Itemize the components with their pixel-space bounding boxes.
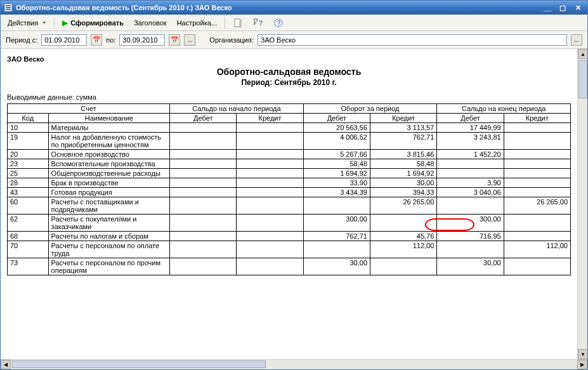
cell-turn-debit: 762,71	[303, 232, 370, 241]
table-row[interactable]: 70Расчеты с персоналом по оплате труда11…	[8, 241, 571, 258]
titlebar: Оборотно-сальдовая ведомость (Сентябрь 2…	[1, 1, 587, 15]
cell-code: 23	[8, 159, 49, 169]
close-button[interactable]: ✕	[571, 2, 585, 13]
cell-turn-debit: 30,00	[303, 258, 370, 275]
actions-menu[interactable]: Действия ▼	[3, 17, 51, 29]
report-table: Счет Сальдо на начало периода Оборот за …	[7, 103, 571, 275]
cell-turn-credit: 112,00	[370, 241, 437, 258]
table-row[interactable]: 25Общепроизводственные расходы1 694,921 …	[8, 169, 571, 178]
document-icon	[233, 18, 243, 28]
col-group-account: Счет	[8, 104, 170, 114]
org-picker-button[interactable]: ...	[571, 34, 582, 46]
period-picker-button[interactable]: ...	[184, 34, 195, 46]
cell-close-debit: 3 243,81	[437, 133, 504, 150]
scroll-thumb[interactable]	[578, 60, 587, 98]
cell-close-debit: 1 452,20	[437, 150, 504, 159]
cell-open-debit	[170, 169, 237, 178]
scroll-up-icon[interactable]: ▲	[578, 49, 587, 59]
cell-close-credit	[504, 159, 570, 169]
play-icon: ▶	[62, 18, 68, 27]
cell-close-debit	[437, 169, 504, 178]
table-row[interactable]: 28Брак в производстве33,9030,003,90	[8, 178, 571, 188]
cell-open-debit	[170, 133, 237, 150]
cell-close-credit	[504, 178, 570, 188]
org-label: Организация:	[209, 36, 253, 44]
app-icon	[3, 3, 13, 13]
cell-close-credit	[504, 215, 570, 232]
company-name: ЗАО Веско	[7, 55, 571, 63]
cell-open-debit	[170, 232, 237, 241]
cell-open-debit	[170, 197, 237, 215]
org-input[interactable]	[258, 34, 567, 46]
date-to-input[interactable]	[119, 34, 165, 46]
table-row[interactable]: 62Расчеты с покупателями и заказчиками30…	[8, 215, 571, 232]
cell-code: 43	[8, 188, 49, 197]
cell-turn-credit: 58,48	[370, 159, 437, 169]
cell-name: Готовая продукция	[48, 188, 169, 197]
help-button[interactable]: ?	[269, 16, 288, 30]
scroll-left-icon[interactable]: ◀	[1, 360, 11, 369]
actions-label: Действия	[8, 19, 38, 27]
table-row[interactable]: 23Вспомогательные производства58,4858,48	[8, 159, 571, 169]
separator	[54, 17, 55, 29]
cell-name: Расчеты с покупателями и заказчиками	[48, 215, 169, 232]
cell-close-credit: 112,00	[504, 241, 570, 258]
maximize-button[interactable]: ▢	[556, 2, 570, 13]
settings-button[interactable]: Настройка...	[173, 17, 221, 29]
period-from-label: Период с:	[6, 36, 37, 44]
cell-name: Основное производство	[48, 150, 169, 159]
cell-turn-credit: 26 265,00	[370, 197, 437, 215]
cell-open-debit	[170, 123, 237, 133]
table-row[interactable]: 73Расчеты с персоналом по прочим операци…	[8, 258, 571, 275]
cell-turn-debit: 3 434,39	[303, 188, 370, 197]
cell-name: Брак в производстве	[48, 178, 169, 188]
scroll-right-icon[interactable]: ▶	[577, 360, 587, 369]
horizontal-scrollbar[interactable]: ◀ ▶	[1, 359, 587, 369]
col-turn-credit: Кредит	[370, 114, 437, 123]
scroll-down-icon[interactable]: ▼	[578, 349, 587, 359]
table-row[interactable]: 43Готовая продукция3 434,39394,333 040,0…	[8, 188, 571, 197]
cell-name: Налог на добавленную стоимость по приобр…	[48, 133, 169, 150]
cell-name: Расчеты по налогам и сборам	[48, 232, 169, 241]
cell-open-credit	[237, 133, 303, 150]
table-row[interactable]: 20Основное производство5 267,663 815,461…	[8, 150, 571, 159]
table-row[interactable]: 19Налог на добавленную стоимость по прио…	[8, 133, 571, 150]
cell-code: 28	[8, 178, 49, 188]
cell-close-debit	[437, 159, 504, 169]
table-row[interactable]: 68Расчеты по налогам и сборам762,7145,76…	[8, 232, 571, 241]
vertical-scrollbar[interactable]: ▲ ▼	[577, 49, 587, 359]
cell-turn-debit: 33,90	[303, 178, 370, 188]
table-row[interactable]: 60Расчеты с поставщиками и подрядчиками2…	[8, 197, 571, 215]
col-close-credit: Кредит	[504, 114, 570, 123]
cell-name: Вспомогательные производства	[48, 159, 169, 169]
cell-name: Общепроизводственные расходы	[48, 169, 169, 178]
date-from-input[interactable]	[41, 34, 87, 46]
cell-open-credit	[237, 169, 303, 178]
print-button[interactable]	[228, 16, 247, 30]
cell-turn-debit: 20 563,56	[303, 123, 370, 133]
minimize-button[interactable]: __	[540, 2, 554, 13]
cell-name: Расчеты с персоналом по прочим операциям	[48, 258, 169, 275]
calendar-to-button[interactable]: 📅	[169, 34, 180, 46]
cell-open-debit	[170, 241, 237, 258]
report-title: Оборотно-сальдовая ведомость	[7, 67, 571, 77]
cell-close-credit	[504, 188, 570, 197]
scroll-track[interactable]	[11, 360, 577, 369]
generate-button[interactable]: ▶ Сформировать	[58, 17, 128, 29]
col-close-debit: Дебет	[437, 114, 504, 123]
cell-open-credit	[237, 159, 303, 169]
table-row[interactable]: 10Материалы20 563,563 113,5717 449,99	[8, 123, 571, 133]
cell-close-credit	[504, 169, 570, 178]
cell-code: 10	[8, 123, 49, 133]
help-context-icon: ?	[253, 18, 263, 28]
cell-close-debit: 3 040,06	[437, 188, 504, 197]
filter-bar: Период с: 📅 по: 📅 ... Организация: ...	[1, 31, 587, 49]
generate-label: Сформировать	[70, 19, 124, 27]
svg-rect-3	[6, 9, 11, 10]
help-context-button[interactable]: ?	[249, 16, 268, 30]
header-button[interactable]: Заголовок	[129, 17, 171, 29]
calendar-from-button[interactable]: 📅	[91, 34, 102, 46]
cell-turn-credit: 394,33	[370, 188, 437, 197]
cell-open-credit	[237, 123, 303, 133]
scroll-thumb[interactable]	[12, 360, 266, 368]
